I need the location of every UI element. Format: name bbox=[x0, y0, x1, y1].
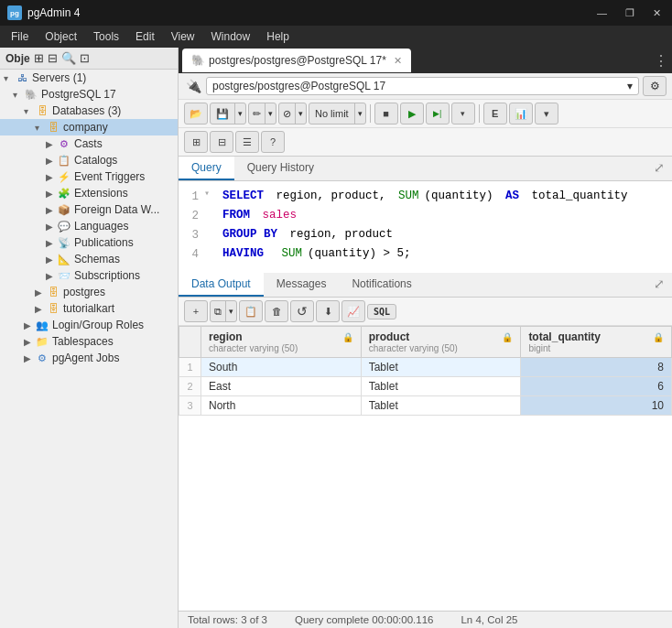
limit-arrow-icon[interactable]: ▾ bbox=[354, 103, 365, 124]
sidebar-item-login-group[interactable]: ▶ 👥 Login/Group Roles bbox=[0, 317, 178, 333]
sidebar-item-postgres-db[interactable]: ▶ 🗄 postgres bbox=[0, 284, 178, 300]
menu-window[interactable]: Window bbox=[204, 28, 258, 45]
toggle-publications[interactable]: ▶ bbox=[46, 238, 57, 248]
sidebar-toolbar-icon-1[interactable]: ⊞ bbox=[34, 51, 44, 65]
t2-button-4[interactable]: ? bbox=[261, 131, 285, 153]
sidebar-item-pgagent[interactable]: ▶ ⚙ pgAgent Jobs bbox=[0, 350, 178, 366]
tab-messages[interactable]: Messages bbox=[264, 273, 340, 297]
cell-total-quantity-2[interactable]: 6 bbox=[521, 377, 672, 396]
menu-object[interactable]: Object bbox=[38, 28, 84, 45]
refresh-button[interactable]: ↺ bbox=[290, 300, 314, 322]
toggle-databases[interactable]: ▾ bbox=[24, 106, 35, 116]
toggle-foreign-data[interactable]: ▶ bbox=[46, 205, 57, 215]
limit-dropdown[interactable]: No limit ▾ bbox=[309, 103, 366, 125]
sidebar-item-extensions[interactable]: ▶ 🧩 Extensions bbox=[0, 185, 178, 201]
run-query-button[interactable]: ▶| bbox=[426, 103, 450, 125]
sidebar-item-postgresql17[interactable]: ▾ 🐘 PostgreSQL 17 bbox=[0, 86, 178, 103]
copy-dropdown[interactable]: ⧉ ▾ bbox=[210, 300, 237, 322]
add-row-button[interactable]: + bbox=[184, 300, 208, 322]
sidebar-item-company[interactable]: ▾ 🗄 company bbox=[0, 119, 178, 135]
cell-product-2[interactable]: Tablet bbox=[361, 377, 521, 396]
menu-tools[interactable]: Tools bbox=[86, 28, 126, 45]
sidebar-item-casts[interactable]: ▶ ⚙ Casts bbox=[0, 135, 178, 152]
toggle-schemas[interactable]: ▶ bbox=[46, 254, 57, 265]
toggle-languages[interactable]: ▶ bbox=[46, 222, 57, 232]
edit-arrow-icon[interactable]: ▾ bbox=[265, 103, 276, 124]
cell-product-1[interactable]: Tablet bbox=[361, 358, 521, 377]
stop-button[interactable]: ■ bbox=[374, 103, 398, 125]
data-expand-button[interactable]: ⤢ bbox=[646, 273, 672, 297]
sidebar-item-schemas[interactable]: ▶ 📐 Schemas bbox=[0, 251, 178, 267]
tab-query-history[interactable]: Query History bbox=[234, 157, 327, 180]
toggle-login-group[interactable]: ▶ bbox=[24, 320, 35, 330]
sidebar-item-tutorialkart[interactable]: ▶ 🗄 tutorialkart bbox=[0, 300, 178, 317]
cell-region-2[interactable]: East bbox=[201, 377, 362, 396]
tab-data-output[interactable]: Data Output bbox=[179, 273, 264, 297]
filter-dropdown[interactable]: ⊘ ▾ bbox=[278, 103, 307, 125]
sidebar-item-subscriptions[interactable]: ▶ 📨 Subscriptions bbox=[0, 267, 178, 284]
connection-action-button[interactable]: ⚙ bbox=[643, 76, 667, 96]
run-button[interactable]: ▶ bbox=[400, 103, 424, 125]
more-button[interactable]: ▾ bbox=[535, 103, 558, 125]
cell-region-3[interactable]: North bbox=[201, 396, 362, 416]
sidebar-item-catalogs[interactable]: ▶ 📋 Catalogs bbox=[0, 152, 178, 168]
close-button[interactable]: ✕ bbox=[649, 7, 665, 19]
tab-close-button[interactable]: ✕ bbox=[394, 55, 402, 67]
open-file-button[interactable]: 📂 bbox=[184, 103, 208, 125]
toggle-tutorialkart[interactable]: ▶ bbox=[35, 304, 46, 314]
cell-product-3[interactable]: Tablet bbox=[361, 396, 521, 416]
minimize-button[interactable]: — bbox=[593, 7, 611, 19]
query-tab[interactable]: 🐘 postgres/postgres@PostgreSQL 17* ✕ bbox=[182, 49, 411, 72]
tab-notifications[interactable]: Notifications bbox=[339, 273, 424, 297]
toggle-extensions[interactable]: ▶ bbox=[46, 189, 57, 199]
paste-button[interactable]: 📋 bbox=[239, 300, 263, 322]
menu-view[interactable]: View bbox=[164, 28, 202, 45]
sidebar-item-databases[interactable]: ▾ 🗄 Databases (3) bbox=[0, 103, 178, 119]
restore-button[interactable]: ❐ bbox=[622, 7, 638, 19]
toggle-tablespaces[interactable]: ▶ bbox=[24, 337, 35, 347]
sidebar-item-foreign-data[interactable]: ▶ 📦 Foreign Data W... bbox=[0, 201, 178, 218]
tab-more-button[interactable]: ⋮ bbox=[654, 52, 668, 70]
t2-button-3[interactable]: ☰ bbox=[235, 131, 259, 153]
query-expand-button[interactable]: ⤢ bbox=[646, 157, 672, 180]
sidebar-item-tablespaces[interactable]: ▶ 📁 Tablespaces bbox=[0, 333, 178, 350]
toggle-postgresql17[interactable]: ▾ bbox=[13, 90, 24, 100]
line-toggle-1[interactable]: ▾ bbox=[204, 187, 217, 201]
t2-button-2[interactable]: ⊟ bbox=[210, 131, 233, 153]
toggle-company[interactable]: ▾ bbox=[35, 123, 46, 133]
edit-dropdown[interactable]: ✏ ▾ bbox=[248, 103, 276, 125]
chart-button[interactable]: 📊 bbox=[509, 103, 533, 125]
connection-select[interactable]: postgres/postgres@PostgreSQL 17 ▾ bbox=[206, 77, 639, 95]
chart-data-button[interactable]: 📈 bbox=[341, 300, 365, 322]
delete-button[interactable]: 🗑 bbox=[265, 300, 288, 322]
copy-arrow-icon[interactable]: ▾ bbox=[225, 301, 236, 321]
save-dropdown[interactable]: 💾 ▾ bbox=[210, 103, 246, 125]
cell-region-1[interactable]: South bbox=[201, 358, 362, 377]
sql-editor[interactable]: 1 ▾ SELECT region, product, SUM (quantit… bbox=[179, 181, 672, 273]
save-arrow-icon[interactable]: ▾ bbox=[234, 103, 245, 124]
menu-edit[interactable]: Edit bbox=[128, 28, 162, 45]
toggle-servers[interactable]: ▾ bbox=[4, 73, 15, 83]
t2-button-1[interactable]: ⊞ bbox=[184, 131, 208, 153]
sidebar-item-servers[interactable]: ▾ 🖧 Servers (1) bbox=[0, 70, 178, 86]
sidebar-toolbar-icon-2[interactable]: ⊟ bbox=[48, 51, 58, 65]
menu-file[interactable]: File bbox=[4, 28, 36, 45]
sidebar-toolbar-icon-4[interactable]: ⊡ bbox=[80, 51, 90, 65]
toggle-catalogs[interactable]: ▶ bbox=[46, 156, 57, 166]
sidebar-item-languages[interactable]: ▶ 💬 Languages bbox=[0, 218, 178, 234]
run-arrow-button[interactable]: ▾ bbox=[451, 103, 475, 125]
explain-button[interactable]: E bbox=[483, 103, 507, 125]
sidebar-toolbar-icon-3[interactable]: 🔍 bbox=[61, 51, 76, 65]
sql-badge[interactable]: SQL bbox=[367, 304, 396, 319]
cell-total-quantity-3[interactable]: 10 bbox=[521, 396, 672, 416]
menu-help[interactable]: Help bbox=[259, 28, 297, 45]
cell-total-quantity-1[interactable]: 8 bbox=[521, 358, 672, 377]
toggle-pgagent[interactable]: ▶ bbox=[24, 353, 35, 363]
sidebar-item-event-triggers[interactable]: ▶ ⚡ Event Triggers bbox=[0, 168, 178, 185]
toggle-casts[interactable]: ▶ bbox=[46, 139, 57, 149]
window-controls[interactable]: — ❐ ✕ bbox=[593, 7, 665, 19]
toggle-subscriptions[interactable]: ▶ bbox=[46, 271, 57, 281]
toggle-postgres-db[interactable]: ▶ bbox=[35, 287, 46, 298]
filter-arrow-icon[interactable]: ▾ bbox=[295, 103, 306, 124]
tab-query[interactable]: Query bbox=[179, 157, 234, 180]
